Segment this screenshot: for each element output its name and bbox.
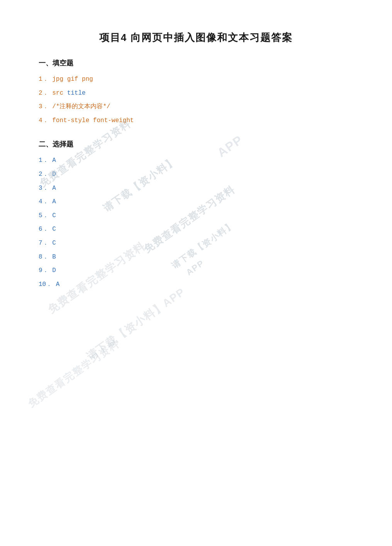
fill-answer-3: 3． /*注释的文本内容*/: [39, 102, 353, 112]
page-title: 项目4 向网页中插入图像和文本习题答案: [39, 31, 353, 44]
watermark-text-8: 免费查看完整学习资料: [25, 337, 121, 410]
choice-6-number: 6．: [39, 226, 49, 233]
fill-answer-1-number: 1．: [39, 76, 49, 83]
choice-7-answer: C: [52, 240, 56, 247]
fill-answer-2: 2． src title: [39, 88, 353, 99]
fill-answer-4: 4． font-style font-weight: [39, 116, 353, 126]
fill-blank-title: 一、填空题: [39, 58, 353, 68]
choice-answer-5: 5． C: [39, 211, 353, 221]
choice-answer-4: 4． A: [39, 197, 353, 207]
choice-4-answer: A: [52, 198, 56, 205]
choice-answer-9: 9． D: [39, 266, 353, 276]
choice-1-answer: A: [52, 157, 56, 164]
choice-answer-1: 1． A: [39, 156, 353, 166]
fill-answer-1-content: jpg gif png: [52, 76, 93, 83]
choice-5-number: 5．: [39, 212, 49, 219]
choice-answer-8: 8． B: [39, 252, 353, 262]
choice-answer-2: 2． D: [39, 170, 353, 180]
choice-answer-7: 7． C: [39, 238, 353, 248]
choice-8-answer: B: [52, 253, 56, 260]
choice-answer-10: 10． A: [39, 280, 353, 290]
choice-7-number: 7．: [39, 240, 49, 247]
choice-2-number: 2．: [39, 171, 49, 178]
fill-answer-4-number: 4．: [39, 117, 49, 124]
choice-answer-3: 3． A: [39, 184, 353, 194]
watermark-text-7: 请下载【资小料】APP: [84, 284, 188, 364]
choice-answers-list: 1． A 2． D 3． A 4． A 5． C 6． C: [39, 156, 353, 289]
choice-10-answer: A: [56, 281, 60, 288]
fill-answer-2-src: src: [52, 90, 63, 97]
choice-section: 二、选择题 1． A 2． D 3． A 4． A 5． C: [39, 139, 353, 289]
fill-blank-section: 一、填空题 1． jpg gif png 2． src title 3． /*注…: [39, 58, 353, 126]
choice-4-number: 4．: [39, 198, 49, 205]
choice-1-number: 1．: [39, 157, 49, 164]
choice-5-answer: C: [52, 212, 56, 219]
choice-title: 二、选择题: [39, 139, 353, 149]
fill-answer-1: 1． jpg gif png: [39, 75, 353, 85]
fill-answer-4-content: font-style font-weight: [52, 117, 134, 124]
choice-9-answer: D: [52, 267, 56, 274]
choice-9-number: 9．: [39, 267, 49, 274]
fill-answer-2-title: title: [67, 90, 86, 97]
choice-2-answer: D: [52, 171, 56, 178]
choice-3-answer: A: [52, 185, 56, 192]
choice-answer-6: 6． C: [39, 225, 353, 235]
choice-8-number: 8．: [39, 253, 49, 260]
fill-answer-2-number: 2．: [39, 90, 49, 97]
fill-answer-3-content: /*注释的文本内容*/: [52, 103, 110, 110]
choice-10-number: 10．: [39, 281, 52, 288]
choice-6-answer: C: [52, 226, 56, 233]
fill-answer-3-number: 3．: [39, 103, 49, 110]
choice-3-number: 3．: [39, 185, 49, 192]
page-container: 项目4 向网页中插入图像和文本习题答案 一、填空题 1． jpg gif png…: [0, 0, 392, 546]
